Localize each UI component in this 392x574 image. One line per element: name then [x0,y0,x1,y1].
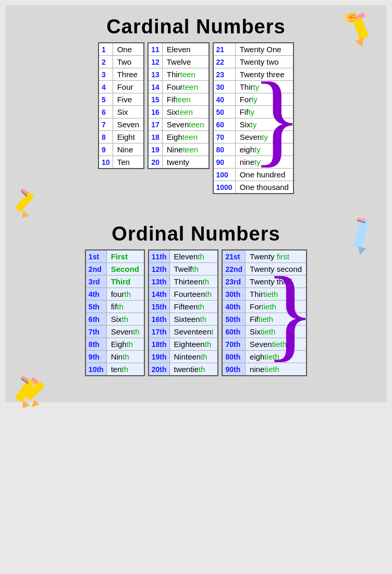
table-row: 17thSeventeent [149,326,218,338]
number-cell: 4 [99,81,113,93]
number-cell: 16th [149,313,169,326]
ordinal-table-2: 11thEleventh12thTwelfth13thThirteenth14t… [148,249,219,376]
table-row: 8Eight [99,131,144,144]
pencil-ordinal-icon [348,218,376,261]
number-cell: 19 [148,144,162,156]
word-cell: Eight [113,131,144,144]
word-cell: Two [113,56,144,68]
page: ✊ Cardinal Numbers 1One2Two3Three4Four5F… [5,5,387,402]
cardinal-title: Cardinal Numbers [13,16,379,38]
word-cell: Sixteenth [169,313,218,326]
cardinal-section: ✊ Cardinal Numbers 1One2Two3Three4Four5F… [13,16,379,210]
number-cell: 23rd [222,276,245,288]
word-cell: Ninteenth [169,351,218,363]
table-row: 4Four [99,81,144,93]
table-row: 14Fourteen [148,81,209,93]
table-row: 2ndSecond [85,263,144,276]
word-cell: Eighteenth [169,338,218,351]
number-cell: 7th [85,326,106,338]
word-cell: Ninth [106,351,144,363]
table-row: 7thSeventh [85,326,144,338]
table-row: 18thEighteenth [149,338,218,351]
number-cell: 90th [222,363,245,376]
word-cell: fifth [106,301,144,313]
table-row: 14thFourteenth [149,288,218,301]
number-cell: 2 [99,56,113,68]
table-row: 5thfifth [85,301,144,313]
number-cell: 90 [213,156,236,169]
number-cell: 60th [222,326,245,338]
word-cell: Twelve [162,56,209,68]
table-row: 20thtwentieth [149,363,218,376]
table-row: 1One [99,43,144,56]
table-row: 16Sixteen [148,106,209,118]
number-cell: 6th [85,313,106,326]
table-row: 10thtenth [85,363,144,376]
table-row: 4thfourth [85,288,144,301]
table-row: 11thEleventh [149,250,218,263]
word-cell: Thirteen [162,68,209,81]
table-row: 15thFifteenth [149,301,218,313]
word-cell: First [106,250,144,263]
number-cell: 15 [148,93,162,106]
svg-marker-18 [29,400,40,408]
number-cell: 2nd [85,263,106,276]
table-row: 2Two [99,56,144,68]
table-row: 6thSixth [85,313,144,326]
table-row: 7Seven [99,118,144,131]
number-cell: 8 [99,131,113,144]
table-row: 20twenty [148,156,209,169]
word-cell: Eleven [162,43,209,56]
word-cell: Second [106,263,144,276]
table-row: 13Thirteen [148,68,209,81]
table-row: 10Ten [99,156,144,169]
pencil-top-right-icon: ✊ [340,13,376,50]
number-cell: 70th [222,338,245,351]
number-cell: 50th [222,313,245,326]
number-cell: 100 [213,169,236,181]
number-cell: 5th [85,301,106,313]
word-cell: Fourteen [162,81,209,93]
number-cell: 19th [149,351,169,363]
number-cell: 80 [213,144,236,156]
table-row: 12thTwelfth [149,263,218,276]
number-cell: 21 [213,43,236,56]
table-row: 9thNinth [85,351,144,363]
word-cell: Eighth [106,338,144,351]
word-cell: Ten [113,156,144,169]
number-cell: 12th [149,263,169,276]
number-cell: 9th [85,351,106,363]
word-cell: Fifteen [162,93,209,106]
pencil-ordinal-bottom-icon [16,376,55,410]
table-row: 19Nineteen [148,144,209,156]
number-cell: 13th [149,276,169,288]
svg-marker-10 [356,246,366,256]
word-cell: Thirteenth [169,276,218,288]
word-cell: tenth [106,363,144,376]
number-cell: 30th [222,288,245,301]
word-cell: Eleventh [169,250,218,263]
number-cell: 3rd [85,276,106,288]
table-row: 5Five [99,93,144,106]
number-cell: 20th [149,363,169,376]
table-row: 1stFirst [85,250,144,263]
table-row: 11Eleven [148,43,209,56]
table-row: 13thThirteenth [149,276,218,288]
number-cell: 17 [148,118,162,131]
number-cell: 15th [149,301,169,313]
word-cell: One [113,43,144,56]
table-row: 9Nine [99,144,144,156]
number-cell: 21st [222,250,245,263]
number-cell: 10th [85,363,106,376]
table-row: 8thEighth [85,338,144,351]
number-cell: 60 [213,118,236,131]
number-cell: 5 [99,93,113,106]
table-row: 16thSixteenth [149,313,218,326]
word-cell: Sixth [106,313,144,326]
svg-rect-9 [353,218,369,248]
number-cell: 1000 [213,181,236,194]
number-cell: 18 [148,131,162,144]
number-cell: 11 [148,43,162,56]
number-cell: 23 [213,68,236,81]
number-cell: 17th [149,326,169,338]
